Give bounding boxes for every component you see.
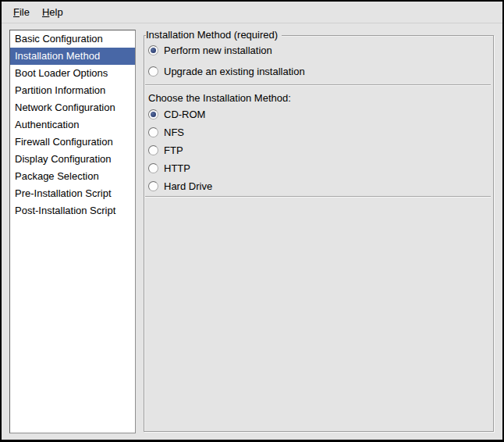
sidebar-item-partition-information[interactable]: Partition Information (10, 82, 135, 99)
radio-label: FTP (164, 144, 183, 156)
kickstart-configurator-window: File Help Basic Configuration Installati… (0, 0, 504, 442)
installation-method-frame: Installation Method (required) Perform n… (144, 35, 494, 432)
radio-icon[interactable] (148, 145, 158, 155)
radio-icon[interactable] (148, 45, 158, 55)
radio-http[interactable]: HTTP (148, 160, 190, 176)
sidebar-item-post-installation-script[interactable]: Post-Installation Script (10, 202, 135, 219)
sidebar-item-package-selection[interactable]: Package Selection (10, 168, 135, 185)
radio-icon[interactable] (148, 181, 158, 191)
sidebar-item-basic-configuration[interactable]: Basic Configuration (10, 30, 135, 48)
radio-label: Hard Drive (164, 180, 212, 192)
radio-icon[interactable] (148, 109, 158, 119)
radio-label: CD-ROM (164, 109, 205, 120)
menu-bar: File Help (2, 2, 502, 23)
menu-help-accel: H (42, 6, 49, 18)
radio-icon[interactable] (148, 163, 158, 173)
radio-label: NFS (164, 127, 184, 138)
menu-help-label: elp (49, 6, 62, 18)
menu-file-accel: F (13, 6, 20, 18)
sidebar-item-installation-method[interactable]: Installation Method (10, 48, 135, 65)
sidebar-item-firewall-configuration[interactable]: Firewall Configuration (10, 134, 135, 151)
radio-icon[interactable] (148, 127, 158, 137)
choose-method-label: Choose the Installation Method: (148, 91, 291, 106)
radio-label: Perform new installation (164, 45, 272, 56)
radio-label: Upgrade an existing installation (164, 66, 305, 77)
radio-cdrom[interactable]: CD-ROM (148, 106, 205, 122)
sidebar-item-display-configuration[interactable]: Display Configuration (10, 151, 135, 168)
radio-icon[interactable] (148, 66, 158, 77)
menu-help[interactable]: Help (36, 3, 69, 21)
radio-ftp[interactable]: FTP (148, 142, 183, 158)
separator (145, 196, 491, 198)
category-list: Basic Configuration Installation Method … (9, 30, 136, 433)
sidebar-item-network-configuration[interactable]: Network Configuration (10, 99, 135, 116)
separator (145, 84, 491, 86)
menu-file-label: ile (20, 6, 30, 18)
radio-hard-drive[interactable]: Hard Drive (148, 178, 212, 194)
frame-title: Installation Method (required) (146, 29, 282, 41)
sidebar-item-boot-loader-options[interactable]: Boot Loader Options (10, 65, 135, 82)
radio-perform-new-installation[interactable]: Perform new installation (148, 42, 272, 58)
sidebar-item-pre-installation-script[interactable]: Pre-Installation Script (10, 185, 135, 202)
menu-file[interactable]: File (7, 3, 36, 21)
radio-upgrade-existing-installation[interactable]: Upgrade an existing installation (148, 63, 305, 79)
sidebar-item-authentication[interactable]: Authentication (10, 116, 135, 134)
radio-nfs[interactable]: NFS (148, 124, 184, 140)
radio-label: HTTP (164, 162, 190, 174)
